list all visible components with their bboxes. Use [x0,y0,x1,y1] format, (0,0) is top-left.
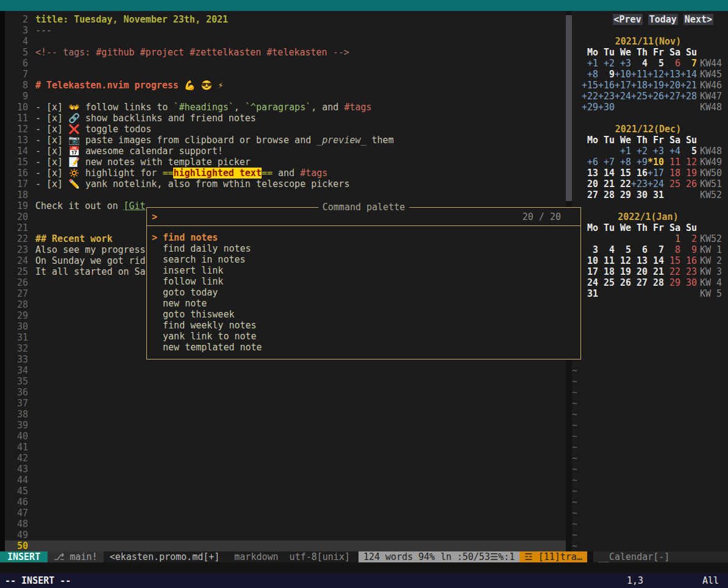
calendar-day[interactable]: 26 [680,179,697,190]
calendar-day[interactable]: +1 [582,58,598,69]
calendar-day[interactable]: 7 [648,244,664,255]
calendar-day[interactable]: +24 [615,91,631,102]
calendar-day[interactable]: +3 [615,58,631,69]
palette-item[interactable]: goto today [147,287,580,298]
editor-line[interactable]: 34 [5,365,566,376]
calendar-day[interactable]: 7 [680,58,697,69]
calendar-day[interactable]: +17 [615,80,631,91]
calendar-day[interactable]: +19 [648,80,664,91]
calendar-day[interactable]: +23 [631,179,648,190]
calendar-day[interactable]: +12 [648,69,664,80]
calendar-day[interactable]: *10 [648,157,664,168]
calendar-day[interactable]: 16 [680,255,697,266]
calendar-today-button[interactable]: Today [648,14,678,25]
calendar-day[interactable]: 12 [615,255,631,266]
editor-line[interactable]: 18 [5,190,566,200]
calendar-day[interactable]: 3 [582,244,598,255]
editor-line[interactable]: 8# Telekasten.nvim progress 💪 😎 ⚡ [5,80,566,91]
calendar-day[interactable]: 8 [664,244,680,255]
calendar-day[interactable]: +8 [615,157,631,168]
calendar-day[interactable]: +15 [582,80,598,91]
editor-line[interactable]: 16- [x] 🔅 highlight for ==highlighted te… [5,168,566,179]
calendar-day[interactable]: 20 [582,179,598,190]
calendar-day[interactable]: 20 [631,266,648,277]
calendar-day[interactable]: +20 [664,80,680,91]
editor-line[interactable]: 36 [5,387,566,398]
calendar-day[interactable]: 21 [598,179,615,190]
editor-line[interactable]: 9 [5,91,566,102]
calendar-day[interactable]: 5 [615,244,631,255]
calendar-day[interactable]: 16 [631,168,648,179]
calendar-day[interactable]: 18 [598,266,615,277]
calendar-day[interactable]: 19 [615,266,631,277]
calendar-day[interactable]: 27 [582,190,598,200]
calendar-day[interactable]: +2 [598,58,615,69]
calendar-day[interactable]: 2 [680,233,697,244]
calendar-day[interactable]: +25 [631,91,648,102]
editor-line[interactable]: 3--- [5,25,566,36]
editor-line[interactable]: 37 [5,398,566,409]
calendar-day[interactable]: +28 [680,91,697,102]
palette-item[interactable]: search in notes [147,254,580,265]
editor-line[interactable]: 2title: Tuesday, November 23th, 2021 [5,14,566,25]
calendar-day[interactable]: 6 [664,58,680,69]
calendar-day[interactable]: +27 [664,91,680,102]
editor-line[interactable]: 46 [5,497,566,508]
editor-line[interactable]: 13- [x] 📷 paste images from clipboard or… [5,135,566,146]
calendar-day[interactable]: 31 [582,288,598,299]
calendar-day[interactable]: +11 [631,69,648,80]
calendar-day[interactable]: 4 [631,58,648,69]
calendar-day[interactable]: +4 [664,146,680,157]
calendar-day[interactable]: +3 [648,146,664,157]
calendar-day[interactable]: 9 [598,69,615,80]
calendar-day[interactable]: 30 [631,190,648,200]
editor-line[interactable]: 45 [5,486,566,497]
calendar-day[interactable]: +24 [648,179,664,190]
editor-line[interactable]: 42 [5,453,566,464]
calendar-day[interactable]: +10 [615,69,631,80]
calendar-day[interactable]: 23 [680,266,697,277]
calendar-day[interactable]: +23 [598,91,615,102]
calendar-day[interactable]: 10 [582,255,598,266]
editor-line[interactable]: 12- [x] ❌ toggle todos [5,124,566,135]
palette-item[interactable]: goto thisweek [147,309,580,320]
editor-line[interactable]: 11- [x] 🔗 show backlinks and friend note… [5,113,566,124]
palette-item[interactable]: new note [147,298,580,309]
scrollbar-thumb[interactable] [566,15,572,201]
calendar-day[interactable]: 15 [615,168,631,179]
calendar-day[interactable]: 12 [680,157,697,168]
calendar-day[interactable]: 13 [631,255,648,266]
calendar-day[interactable]: +13 [664,69,680,80]
editor-line[interactable]: 48 [5,519,566,530]
editor-line[interactable]: 4 [5,36,566,47]
editor-line[interactable]: 43 [5,464,566,475]
calendar-day[interactable]: +22 [582,91,598,102]
calendar-day[interactable]: 11 [664,157,680,168]
calendar-day[interactable]: 27 [631,277,648,288]
calendar-day[interactable]: 14 [648,255,664,266]
editor-line[interactable]: 17- [x] ✏️ yank notelink, also from wthi… [5,179,566,190]
calendar-day[interactable]: 21 [648,266,664,277]
calendar-day[interactable]: +1 [615,146,631,157]
palette-item[interactable]: yank link to note [147,331,580,342]
calendar-day[interactable]: +9 [631,157,648,168]
calendar-day[interactable]: +14 [680,69,697,80]
palette-item[interactable]: insert link [147,265,580,276]
calendar-day[interactable]: 5 [648,58,664,69]
calendar-day[interactable]: 22 [615,179,631,190]
editor-line[interactable]: 50 [5,540,566,551]
calendar-day[interactable]: 28 [648,277,664,288]
calendar-day[interactable]: 6 [631,244,648,255]
editor-line[interactable]: 7 [5,69,566,80]
calendar-day[interactable]: 13 [582,168,598,179]
editor-line[interactable]: 39 [5,420,566,431]
calendar-day[interactable]: 26 [615,277,631,288]
calendar-day[interactable]: 19 [680,168,697,179]
palette-item-selected[interactable]: > find notes [147,232,580,243]
palette-item[interactable]: find daily notes [147,243,580,254]
calendar-day[interactable]: 17 [582,266,598,277]
calendar-day[interactable]: 30 [680,277,697,288]
calendar-day[interactable]: +8 [582,69,598,80]
calendar-day[interactable]: +26 [648,91,664,102]
editor-line[interactable]: 5<!-- tags: #github #project #zettelkast… [5,47,566,58]
